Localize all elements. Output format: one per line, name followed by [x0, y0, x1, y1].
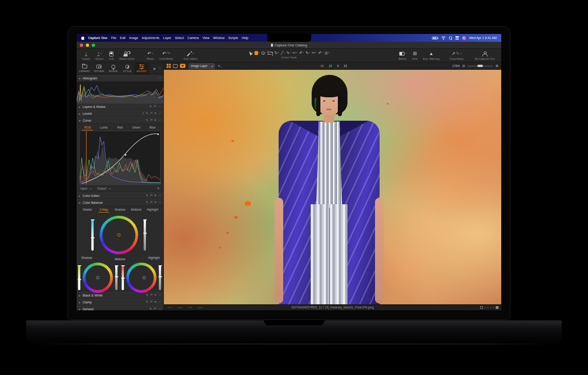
menu-layer[interactable]: Layer: [163, 36, 171, 39]
shadow-lightness-slider[interactable]: [115, 265, 118, 290]
cb-tab-midtone[interactable]: Midtone: [128, 206, 144, 213]
brush-icon[interactable]: ✎: [146, 301, 148, 304]
copy-apply-button[interactable]: ↗✎▾ Copy/Apply: [447, 49, 466, 62]
chevron-right-icon[interactable]: ▸: [79, 301, 83, 304]
my-capture-one-button[interactable]: My Capture One: [472, 49, 498, 62]
midtone-saturation-slider[interactable]: [91, 219, 94, 251]
menu-select[interactable]: Select: [175, 36, 184, 39]
chevron-right-icon[interactable]: ▸: [79, 194, 83, 197]
menu-image[interactable]: Image: [129, 36, 138, 39]
siri-icon[interactable]: [462, 36, 466, 40]
wifi-icon[interactable]: [441, 36, 446, 40]
apple-logo-icon[interactable]: [81, 36, 84, 40]
more-icon[interactable]: ⋯: [158, 112, 162, 115]
heal-tool[interactable]: ✎▾: [305, 51, 310, 55]
reset-icon[interactable]: ↶: [150, 194, 152, 197]
more-icon[interactable]: ⋯: [158, 301, 162, 304]
erase-mask-tool[interactable]: ✏▾: [293, 51, 297, 55]
photo-viewport[interactable]: [164, 70, 501, 304]
menu-help[interactable]: Help: [242, 36, 248, 39]
tab-library[interactable]: LIBRARY: [78, 62, 92, 74]
reset-icon[interactable]: ↶: [150, 201, 152, 204]
section-dehaze[interactable]: ▸ Dehaze ✎ ↶ ⋯: [77, 306, 163, 310]
highlight-color-wheel[interactable]: [126, 263, 157, 293]
select-tool[interactable]: ▾: [249, 51, 253, 55]
proof-camera-icon[interactable]: [180, 64, 185, 68]
chevron-right-icon[interactable]: ▸: [79, 308, 83, 310]
menu-capture-one[interactable]: Capture One: [88, 36, 107, 39]
zoom-level-value[interactable]: 176%: [452, 64, 460, 67]
menu-scripts[interactable]: Scripts: [228, 36, 238, 39]
export-button[interactable]: ↑▾ Export: [93, 49, 106, 62]
thumbnails-grid-icon[interactable]: [167, 64, 171, 68]
section-black-white[interactable]: ▸ Black & White ✎ ↶ ≡ ⋯: [77, 292, 163, 299]
undo-redo-button[interactable]: ↶↷ Undo/Redo: [157, 49, 176, 62]
section-levels[interactable]: ▸ Levels ╱ ✎ ↶ ≡ ⋯: [77, 110, 163, 117]
more-icon[interactable]: ⋯: [158, 308, 162, 310]
chevron-right-icon[interactable]: ▸: [79, 105, 83, 108]
menu-camera[interactable]: Camera: [187, 36, 199, 39]
brush-icon[interactable]: ✎: [146, 201, 148, 204]
more-icon[interactable]: ⋯: [158, 77, 162, 80]
curve-tab-green[interactable]: Green: [128, 124, 144, 131]
cb-tab-highlight[interactable]: Highlight: [145, 206, 161, 213]
menu-bar-clock[interactable]: Wed Apr 1 9:41 AM: [469, 36, 497, 39]
curve-editor[interactable]: [79, 131, 161, 185]
frame-outline-icon[interactable]: [480, 306, 483, 309]
section-clarity[interactable]: ▸ Clarity ✎ ↶ ≡ ⋯: [77, 299, 163, 306]
clone-tool[interactable]: ✏▾: [312, 51, 316, 55]
chevron-down-icon[interactable]: ▾: [79, 119, 83, 122]
menu-view[interactable]: View: [202, 36, 209, 39]
menu-file[interactable]: File: [111, 36, 116, 39]
battery-icon[interactable]: [432, 37, 438, 39]
section-color-editor[interactable]: ▸ Color Editor ✎ ↶ ≡ ⋯: [77, 192, 163, 199]
control-center-icon[interactable]: [455, 36, 459, 39]
more-icon[interactable]: ⋯: [158, 201, 162, 204]
pan-tool[interactable]: ▾: [255, 51, 260, 55]
draw-mask-tool[interactable]: ✎▾: [286, 51, 291, 55]
curve-tab-luma[interactable]: Luma: [95, 124, 112, 131]
highlight-lightness-slider[interactable]: [159, 265, 161, 290]
menu-edit[interactable]: Edit: [120, 36, 125, 39]
cb-tab-3way[interactable]: 3-Way: [95, 206, 112, 213]
single-view-icon[interactable]: [173, 64, 178, 68]
curve-tab-red[interactable]: Red: [112, 124, 128, 131]
section-layers-masks[interactable]: ▸ Layers & Masks ✎ ↶ ⋯: [77, 103, 163, 110]
reset-icon[interactable]: ↶: [154, 105, 156, 108]
layer-select[interactable]: Image Layer▴▾: [189, 63, 215, 69]
midtone-wheel-indicator[interactable]: [118, 234, 121, 237]
window-title-bar[interactable]: Capture One Catalog: [77, 42, 501, 49]
before-button[interactable]: ▾ Before: [396, 49, 409, 62]
zoom-in-icon[interactable]: ⊕: [495, 64, 498, 68]
chevron-down-icon[interactable]: ▾: [79, 77, 83, 80]
highlight-wheel-indicator[interactable]: [143, 276, 146, 280]
straighten-tool[interactable]: ╱▾: [281, 51, 285, 55]
brush-icon[interactable]: ✎: [150, 308, 152, 310]
pen-icon[interactable]: ╱: [142, 112, 144, 115]
rotate-tool[interactable]: ↻▾: [274, 51, 279, 55]
more-icon[interactable]: ⋯: [158, 294, 162, 297]
import-button[interactable]: ↓ Import: [79, 49, 93, 62]
midtone-lightness-slider[interactable]: [144, 219, 146, 251]
curve-picker-icon[interactable]: ✎: [157, 187, 160, 190]
tab-adjust[interactable]: ADJUST: [134, 62, 149, 74]
brush-icon[interactable]: ✎: [146, 194, 148, 197]
chevron-right-icon[interactable]: ▸: [79, 294, 83, 297]
chevron-down-icon[interactable]: ▾: [79, 201, 83, 204]
shadow-color-wheel[interactable]: [83, 263, 113, 293]
brush-icon[interactable]: ✎: [146, 112, 148, 115]
gradient-mask-tool[interactable]: ✐▾: [299, 51, 303, 55]
crop-tool[interactable]: ▾: [268, 51, 273, 55]
tab-options-kebab-icon[interactable]: ⋮: [158, 67, 162, 71]
more-tabs-chevron[interactable]: »: [153, 66, 156, 71]
reset-icon[interactable]: ↶: [150, 119, 152, 122]
zoom-slider[interactable]: [467, 66, 493, 67]
zoom-slider-handle[interactable]: [477, 65, 483, 67]
loupe-tool[interactable]: ▾: [261, 51, 266, 55]
section-color-balance[interactable]: ▾ Color Balance ✎ ↶ ≡ ⋯: [77, 199, 163, 206]
menu-adjustments[interactable]: Adjustments: [142, 36, 160, 39]
menu-window[interactable]: Window: [213, 36, 224, 39]
menu-icon[interactable]: ≡: [155, 112, 157, 115]
exposure-warning-button[interactable]: ▲ Exp. Warning: [420, 49, 442, 62]
more-icon[interactable]: ⋯: [158, 119, 162, 122]
